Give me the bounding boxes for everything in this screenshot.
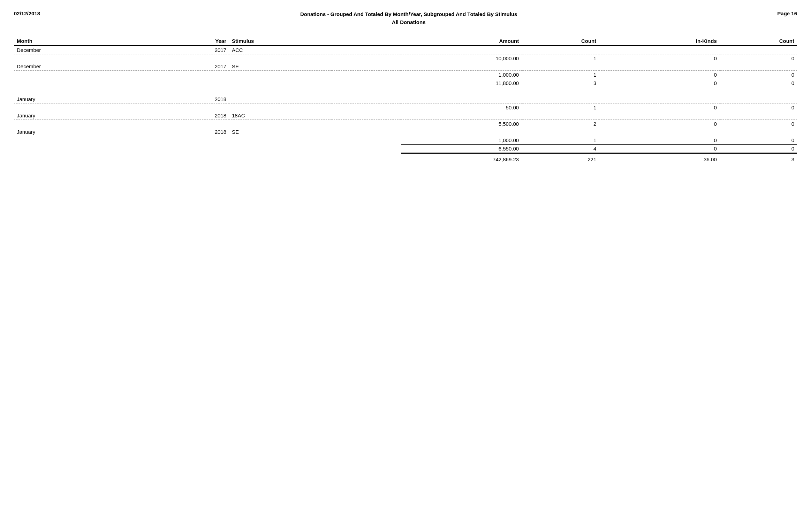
stimulus-cell: SE <box>229 128 332 136</box>
subtotal-count1: 3 <box>522 79 599 87</box>
report-header: 02/12/2018 Donations - Grouped And Total… <box>14 10 797 26</box>
table-row: 10,000.00 1 0 0 <box>14 54 797 63</box>
table-row: 1,000.00 1 0 0 <box>14 71 797 79</box>
inkinds-cell: 0 <box>599 54 720 63</box>
amount-cell: 1,000.00 <box>401 71 522 79</box>
subtotal-inkinds: 0 <box>599 79 720 87</box>
count1-cell: 2 <box>522 120 599 128</box>
grandtotal-amount: 742,869.23 <box>401 153 522 164</box>
stimulus-cell: SE <box>229 62 332 71</box>
col-header-count1: Count <box>522 37 599 46</box>
count1-cell: 1 <box>522 71 599 79</box>
count1-cell: 1 <box>522 136 599 145</box>
table-header-row: Month Year Stimulus Amount Count In-Kind… <box>14 37 797 46</box>
report-title-line1: Donations - Grouped And Totaled By Month… <box>40 10 777 18</box>
table-row: December 2017 ACC <box>14 46 797 54</box>
year-cell: 2018 <box>169 95 229 103</box>
report-title-line2: All Donations <box>40 18 777 26</box>
table-row: January 2018 <box>14 95 797 103</box>
col-header-inkinds: In-Kinds <box>599 37 720 46</box>
month-cell: December <box>14 62 169 71</box>
table-row: January 2018 SE <box>14 128 797 136</box>
month-cell: January <box>14 111 169 120</box>
subtotal-count2: 0 <box>720 145 797 153</box>
report-table: Month Year Stimulus Amount Count In-Kind… <box>14 37 797 163</box>
subtotal-amount: 6,550.00 <box>401 145 522 153</box>
report-date: 02/12/2018 <box>14 10 40 16</box>
grand-total-row: 742,869.23 221 36.00 3 <box>14 153 797 164</box>
year-cell: 2017 <box>169 46 229 54</box>
grandtotal-count1: 221 <box>522 153 599 164</box>
stimulus-cell: ACC <box>229 46 332 54</box>
month-cell: January <box>14 95 169 103</box>
subtotal-inkinds: 0 <box>599 145 720 153</box>
subtotal-row: 11,800.00 3 0 0 <box>14 79 797 87</box>
count2-cell: 0 <box>720 120 797 128</box>
col-header-count2: Count <box>720 37 797 46</box>
count1-cell: 1 <box>522 103 599 112</box>
inkinds-cell: 0 <box>599 120 720 128</box>
table-row: January 2018 18AC <box>14 111 797 120</box>
count2-cell: 0 <box>720 136 797 145</box>
table-row: 1,000.00 1 0 0 <box>14 136 797 145</box>
inkinds-cell: 0 <box>599 103 720 112</box>
count2-cell: 0 <box>720 103 797 112</box>
col-header-amount: Amount <box>401 37 522 46</box>
grandtotal-inkinds: 36.00 <box>599 153 720 164</box>
report-title: Donations - Grouped And Totaled By Month… <box>40 10 777 26</box>
amount-cell: 1,000.00 <box>401 136 522 145</box>
stimulus-cell <box>229 95 332 103</box>
amount-cell: 5,500.00 <box>401 120 522 128</box>
col-header-month: Month <box>14 37 169 46</box>
subtotal-count1: 4 <box>522 145 599 153</box>
table-row: 5,500.00 2 0 0 <box>14 120 797 128</box>
subtotal-count2: 0 <box>720 79 797 87</box>
year-cell: 2017 <box>169 62 229 71</box>
count2-cell: 0 <box>720 54 797 63</box>
count2-cell: 0 <box>720 71 797 79</box>
report-page: Page 16 <box>777 10 797 16</box>
count1-cell: 1 <box>522 54 599 63</box>
subtotal-amount: 11,800.00 <box>401 79 522 87</box>
amount-cell: 50.00 <box>401 103 522 112</box>
table-row: December 2017 SE <box>14 62 797 71</box>
grandtotal-count2: 3 <box>720 153 797 164</box>
gap-row <box>14 87 797 95</box>
month-cell: January <box>14 128 169 136</box>
inkinds-cell: 0 <box>599 71 720 79</box>
col-header-stimulus: Stimulus <box>229 37 332 46</box>
inkinds-cell: 0 <box>599 136 720 145</box>
year-cell: 2018 <box>169 111 229 120</box>
month-cell: December <box>14 46 169 54</box>
year-cell: 2018 <box>169 128 229 136</box>
amount-cell: 10,000.00 <box>401 54 522 63</box>
stimulus-cell: 18AC <box>229 111 332 120</box>
col-header-year: Year <box>169 37 229 46</box>
subtotal-row: 6,550.00 4 0 0 <box>14 145 797 153</box>
col-header-spacer <box>332 37 401 46</box>
table-row: 50.00 1 0 0 <box>14 103 797 112</box>
